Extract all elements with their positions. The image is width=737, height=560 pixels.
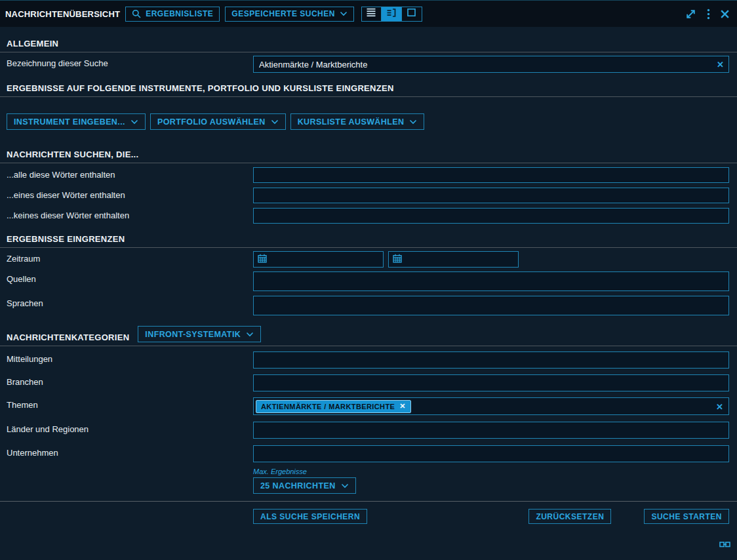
all-words-input[interactable] [253, 167, 729, 183]
reset-button[interactable]: ZURÜCKSETZEN [528, 509, 611, 524]
window-link-icon[interactable] [719, 540, 730, 551]
search-icon [132, 9, 141, 18]
systematik-dropdown-label: INFRONT-SYSTEMATIK [145, 330, 241, 339]
period-row: Zeitraum [7, 251, 729, 268]
portfolio-dropdown-label: PORTFOLIO AUSWÄHLEN [157, 117, 266, 127]
systematik-dropdown[interactable]: INFRONT-SYSTEMATIK [138, 326, 261, 342]
industries-row: Branchen [7, 374, 729, 391]
window-controls [685, 8, 730, 20]
max-results-dropdown[interactable]: 25 NACHRICHTEN [253, 477, 356, 494]
languages-label: Sprachen [7, 296, 253, 308]
sources-label: Quellen [7, 271, 253, 284]
list-view-icon [366, 8, 376, 20]
search-name-label: Bezeichnung dieser Suche [7, 56, 253, 68]
close-window-icon[interactable] [720, 9, 730, 19]
start-search-button[interactable]: SUCHE STARTEN [644, 509, 729, 524]
countries-row: Länder und Regionen [7, 422, 729, 439]
industries-label: Branchen [7, 374, 253, 387]
announcements-input[interactable] [253, 351, 729, 369]
none-words-input[interactable] [253, 208, 729, 224]
chevron-down-icon [409, 117, 417, 127]
single-view-icon [407, 8, 416, 20]
section-refine-title: ERGEBNISSE EINGRENZEN [7, 234, 125, 244]
section-instrument-header: ERGEBNISSE AUF FOLGENDE INSTRUMENTE, POR… [0, 83, 737, 97]
max-results-block: 25 NACHRICHTEN [253, 477, 729, 494]
max-results-label: Max. Ergebnisse [253, 468, 729, 475]
calendar-icon [393, 254, 402, 266]
languages-input[interactable] [253, 296, 729, 315]
none-words-label: ...keines dieser Wörter enthalten [7, 208, 253, 220]
instrument-dropdown[interactable]: INSTRUMENT EINGEBEN... [7, 113, 146, 130]
topics-field: AKTIENMÄRKTE / MARKTBERICHTE ✕ ✕ [253, 397, 729, 415]
chevron-down-icon [341, 481, 349, 490]
results-list-label: ERGEBNISLISTE [146, 9, 213, 18]
kebab-menu-icon[interactable] [707, 9, 710, 20]
search-form: ALLGEMEIN Bezeichnung dieser Suche ✕ ERG… [0, 39, 737, 524]
search-name-field: ✕ [253, 56, 729, 73]
none-words-row: ...keines dieser Wörter enthalten [7, 208, 729, 224]
clear-search-name-icon[interactable]: ✕ [717, 60, 724, 69]
any-words-row: ...eines dieser Wörter enthalten [7, 188, 729, 203]
announcements-row: Mitteilungen [7, 351, 729, 369]
period-from-input[interactable] [253, 251, 384, 268]
companies-row: Unternehmen [7, 445, 729, 462]
countries-input[interactable] [253, 422, 729, 439]
topics-tag-label: AKTIENMÄRKTE / MARKTBERICHTE [261, 403, 395, 410]
single-view-toggle[interactable] [402, 7, 422, 22]
topics-label: Themen [7, 397, 253, 410]
period-label: Zeitraum [7, 251, 253, 264]
sources-row: Quellen [7, 271, 729, 291]
countries-label: Länder und Regionen [7, 422, 253, 434]
instrument-dropdown-label: INSTRUMENT EINGEBEN... [14, 117, 125, 127]
any-words-input[interactable] [253, 188, 729, 203]
period-field [253, 251, 729, 268]
max-results-value: 25 NACHRICHTEN [260, 481, 336, 490]
view-toggle-group [361, 7, 422, 22]
action-buttons-row: ALS SUCHE SPEICHERN ZURÜCKSETZEN SUCHE S… [253, 509, 729, 524]
any-words-label: ...eines dieser Wörter enthalten [7, 188, 253, 200]
section-refine-header: ERGEBNISSE EINGRENZEN [0, 234, 737, 248]
companies-input[interactable] [253, 445, 729, 462]
window-title: NACHRICHTENÜBERSICHT [5, 9, 120, 19]
split-view-icon [386, 8, 397, 20]
chevron-down-icon [130, 117, 138, 127]
quotelist-dropdown-label: KURSLISTE AUSWÄHLEN [298, 117, 405, 127]
chevron-down-icon [246, 330, 254, 339]
announcements-label: Mitteilungen [7, 351, 253, 364]
section-search-terms-header: NACHRICHTEN SUCHEN, DIE... [0, 150, 737, 163]
instrument-filter-buttons: INSTRUMENT EINGEBEN... PORTFOLIO AUSWÄHL… [7, 113, 729, 130]
sources-input[interactable] [253, 271, 729, 291]
section-categories-title: NACHRICHTENKATEGORIEN [7, 332, 129, 342]
portfolio-dropdown[interactable]: PORTFOLIO AUSWÄHLEN [150, 113, 286, 130]
section-allgemein-header: ALLGEMEIN [0, 39, 737, 52]
split-view-toggle[interactable] [382, 7, 402, 22]
section-instrument-title: ERGEBNISSE AUF FOLGENDE INSTRUMENTE, POR… [7, 83, 394, 93]
actions-divider [0, 501, 737, 502]
calendar-icon [258, 254, 267, 266]
chevron-down-icon [271, 117, 279, 127]
topics-row: Themen AKTIENMÄRKTE / MARKTBERICHTE ✕ ✕ [7, 397, 729, 415]
remove-tag-icon[interactable]: ✕ [399, 402, 406, 410]
save-search-button[interactable]: ALS SUCHE SPEICHERN [253, 509, 367, 524]
languages-row: Sprachen [7, 296, 729, 315]
period-to-input[interactable] [388, 251, 519, 268]
expand-window-icon[interactable] [685, 8, 697, 20]
chevron-down-icon [340, 11, 348, 16]
topics-input[interactable]: AKTIENMÄRKTE / MARKTBERICHTE ✕ ✕ [253, 397, 729, 415]
section-categories-header: NACHRICHTENKATEGORIEN INFRONT-SYSTEMATIK [0, 326, 737, 346]
industries-input[interactable] [253, 374, 729, 391]
all-words-row: ...alle diese Wörter enthalten [7, 167, 729, 183]
news-search-window: NACHRICHTENÜBERSICHT ERGEBNISLISTE GESPE… [0, 0, 737, 560]
search-name-input[interactable] [253, 56, 729, 73]
saved-searches-label: GESPEICHERTE SUCHEN [231, 9, 335, 18]
quotelist-dropdown[interactable]: KURSLISTE AUSWÄHLEN [290, 113, 425, 130]
topics-tag[interactable]: AKTIENMÄRKTE / MARKTBERICHTE ✕ [256, 400, 411, 413]
window-titlebar: NACHRICHTENÜBERSICHT ERGEBNISLISTE GESPE… [0, 1, 737, 27]
search-name-row: Bezeichnung dieser Suche ✕ [7, 56, 729, 73]
results-list-button[interactable]: ERGEBNISLISTE [125, 7, 220, 22]
section-search-terms-title: NACHRICHTEN SUCHEN, DIE... [7, 150, 138, 159]
saved-searches-dropdown[interactable]: GESPEICHERTE SUCHEN [225, 7, 354, 22]
clear-topics-icon[interactable]: ✕ [716, 402, 723, 410]
section-allgemein-title: ALLGEMEIN [7, 39, 58, 49]
list-view-toggle[interactable] [361, 7, 382, 22]
